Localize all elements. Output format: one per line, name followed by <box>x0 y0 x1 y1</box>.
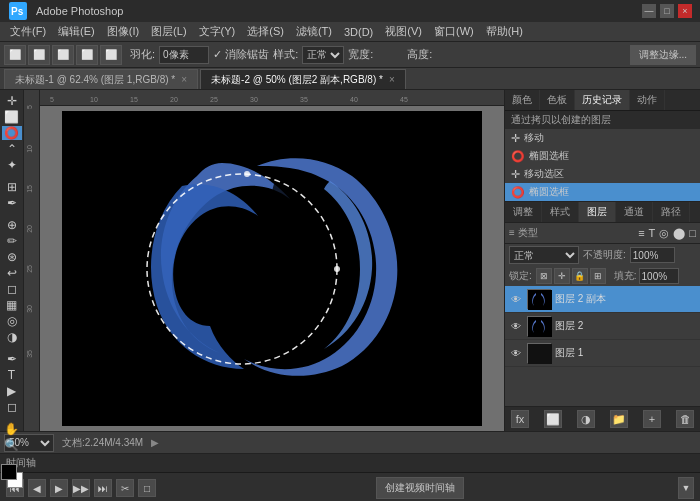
style-select[interactable]: 正常 <box>302 46 344 64</box>
layers-tab-paths[interactable]: 路径 <box>653 202 690 222</box>
title-bar-controls[interactable]: — □ × <box>642 4 692 18</box>
tool-eraser[interactable]: ◻ <box>2 282 22 296</box>
layers-tab-channels[interactable]: 通道 <box>616 202 653 222</box>
menu-select[interactable]: 选择(S) <box>241 22 290 42</box>
tool-history-brush[interactable]: ↩ <box>2 266 22 280</box>
menu-text[interactable]: 文字(Y) <box>193 22 242 42</box>
timeline-end-button[interactable]: ⏭ <box>94 479 112 497</box>
tab-1-close[interactable]: × <box>181 74 187 85</box>
tool-icon-3[interactable]: ⬜ <box>52 45 74 65</box>
layer-eye-icon-2[interactable]: 👁 <box>509 319 523 333</box>
tab-history[interactable]: 历史记录 <box>575 90 630 110</box>
layer-eye-icon-copy[interactable]: 👁 <box>509 292 523 306</box>
ps-icon: Ps <box>8 1 28 21</box>
tool-type[interactable]: T <box>2 368 22 382</box>
timeline-frame-button[interactable]: □ <box>138 479 156 497</box>
add-mask-button[interactable]: ⬜ <box>544 410 562 428</box>
tool-icon-2[interactable]: ⬜ <box>28 45 50 65</box>
history-item-1[interactable]: ✛ 移动 <box>505 129 700 147</box>
timeline-prev-button[interactable]: ◀ <box>28 479 46 497</box>
svg-rect-6 <box>528 290 552 310</box>
menu-help[interactable]: 帮助(H) <box>480 22 529 42</box>
create-video-button[interactable]: 创建视频时间轴 <box>376 477 464 499</box>
adjust-edges-button[interactable]: 调整边缘... <box>630 45 696 65</box>
tab-swatches[interactable]: 色板 <box>540 90 575 110</box>
timeline-next-button[interactable]: ▶▶ <box>72 479 90 497</box>
tab-2-close[interactable]: × <box>389 74 395 85</box>
tool-marquee-rect[interactable]: ⬜ <box>2 110 22 124</box>
menu-3d[interactable]: 3D(D) <box>338 22 379 42</box>
tool-hand[interactable]: ✋ <box>2 422 22 436</box>
tool-clone[interactable]: ⊛ <box>2 250 22 264</box>
timeline-bar: 时间轴 ⏮ ◀ ▶ ▶▶ ⏭ ✂ □ 创建视频时间轴 ▼ <box>0 453 700 501</box>
fill-input[interactable] <box>639 268 679 284</box>
tool-zoom[interactable]: 🔍 <box>2 438 22 452</box>
ellipse-marquee-icon: ⭕ <box>511 150 525 163</box>
layers-tab-adjust[interactable]: 调整 <box>505 202 542 222</box>
fx-button[interactable]: fx <box>511 410 529 428</box>
tab-color[interactable]: 颜色 <box>505 90 540 110</box>
tool-path-select[interactable]: ▶ <box>2 384 22 398</box>
tool-lasso[interactable]: ⌃ <box>2 142 22 156</box>
lock-artboard-button[interactable]: ⊞ <box>590 268 606 284</box>
menu-filter[interactable]: 滤镜(T) <box>290 22 338 42</box>
canvas-area[interactable]: 5 10 15 20 25 30 35 40 45 5 10 15 20 25 … <box>24 90 504 431</box>
menu-view[interactable]: 视图(V) <box>379 22 428 42</box>
status-arrow[interactable]: ▶ <box>151 437 159 448</box>
blend-mode-select[interactable]: 正常 <box>509 246 579 264</box>
tool-marquee-ellipse[interactable]: ⭕ <box>2 126 22 140</box>
layer-item-copy[interactable]: 👁 图层 2 副本 <box>505 286 700 313</box>
tool-eyedropper[interactable]: ✒ <box>2 196 22 210</box>
tab-actions[interactable]: 动作 <box>630 90 665 110</box>
tool-gradient[interactable]: ▦ <box>2 298 22 312</box>
minimize-button[interactable]: — <box>642 4 656 18</box>
tool-blur[interactable]: ◎ <box>2 314 22 328</box>
canvas-content[interactable] <box>40 106 504 431</box>
new-layer-button[interactable]: + <box>643 410 661 428</box>
close-button[interactable]: × <box>678 4 692 18</box>
layer-item-1[interactable]: 👁 图层 1 <box>505 340 700 367</box>
layer-eye-icon-1[interactable]: 👁 <box>509 346 523 360</box>
timeline-cut-button[interactable]: ✂ <box>116 479 134 497</box>
foreground-color[interactable] <box>1 464 17 480</box>
history-item-2[interactable]: ⭕ 椭圆选框 <box>505 147 700 165</box>
lock-move-button[interactable]: ✛ <box>554 268 570 284</box>
layers-tab-layers[interactable]: 图层 <box>579 202 616 222</box>
tool-pen[interactable]: ✒ <box>2 352 22 366</box>
antialias-check[interactable]: ✓ 消除锯齿 <box>213 47 269 62</box>
tool-magic-wand[interactable]: ✦ <box>2 158 22 172</box>
layer-controls: fx ⬜ ◑ 📁 + 🗑 <box>505 406 700 431</box>
tool-icon-5[interactable]: ⬜ <box>100 45 122 65</box>
tool-brush[interactable]: ✏ <box>2 234 22 248</box>
history-item-3[interactable]: ✛ 移动选区 <box>505 165 700 183</box>
tab-2[interactable]: 未标题-2 @ 50% (图层2 副本,RGB/8) * × <box>200 69 406 89</box>
adjustment-button[interactable]: ◑ <box>577 410 595 428</box>
layer-item-2[interactable]: 👁 图层 2 <box>505 313 700 340</box>
menu-layer[interactable]: 图层(L) <box>145 22 192 42</box>
menu-window[interactable]: 窗口(W) <box>428 22 480 42</box>
tool-crop[interactable]: ⊞ <box>2 180 22 194</box>
tool-spot-heal[interactable]: ⊕ <box>2 218 22 232</box>
lock-all-button[interactable]: 🔒 <box>572 268 588 284</box>
title-bar-left: Ps Adobe Photoshop <box>8 1 123 21</box>
tool-shape[interactable]: ◻ <box>2 400 22 414</box>
create-video-dropdown[interactable]: ▼ <box>678 477 694 499</box>
tool-icon-1[interactable]: ⬜ <box>4 45 26 65</box>
lock-pixel-button[interactable]: ⊠ <box>536 268 552 284</box>
tool-icon-4[interactable]: ⬜ <box>76 45 98 65</box>
tool-dodge[interactable]: ◑ <box>2 330 22 344</box>
tab-1[interactable]: 未标题-1 @ 62.4% (图层 1,RGB/8) * × <box>4 69 198 89</box>
delete-layer-button[interactable]: 🗑 <box>676 410 694 428</box>
menu-edit[interactable]: 编辑(E) <box>52 22 101 42</box>
layer-thumb-2 <box>527 316 551 336</box>
menu-image[interactable]: 图像(I) <box>101 22 145 42</box>
feather-input[interactable] <box>159 46 209 64</box>
tool-move[interactable]: ✛ <box>2 94 22 108</box>
menu-file[interactable]: 文件(F) <box>4 22 52 42</box>
maximize-button[interactable]: □ <box>660 4 674 18</box>
history-item-4[interactable]: ⭕ 椭圆选框 <box>505 183 700 201</box>
timeline-play-button[interactable]: ▶ <box>50 479 68 497</box>
layers-tab-style[interactable]: 样式 <box>542 202 579 222</box>
group-button[interactable]: 📁 <box>610 410 628 428</box>
opacity-input[interactable] <box>630 247 675 263</box>
